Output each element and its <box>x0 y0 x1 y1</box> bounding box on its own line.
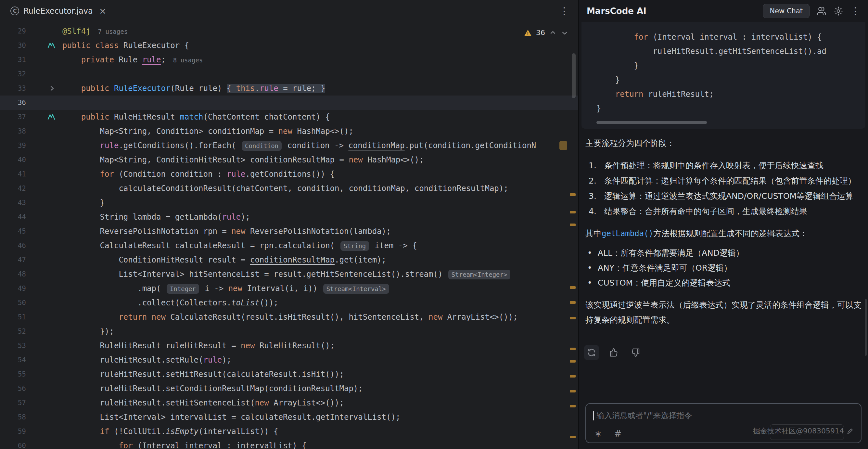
thumbs-up-button[interactable] <box>606 345 621 360</box>
stripe-warning-mark[interactable] <box>570 436 576 438</box>
fold-arrow-icon[interactable] <box>49 85 55 92</box>
code-line-55[interactable]: 55 ruleHitResult.setHitResult(calculateR… <box>0 367 578 382</box>
line-number[interactable]: 29 <box>0 27 26 35</box>
thumbs-down-button[interactable] <box>628 345 643 360</box>
tab-rule-executor[interactable]: C RuleExecutor.java × <box>4 0 112 22</box>
chat-input-box[interactable]: 输入消息或者"/"来选择指令 ∗ # 掘金技术社区@908305914 <box>585 403 862 443</box>
stripe-warning-mark[interactable] <box>570 286 576 289</box>
code-line-52[interactable]: 52 }); <box>0 324 578 338</box>
code-line-43[interactable]: 43 } <box>0 196 578 210</box>
code-line-41[interactable]: 41 for (Condition condition : rule.getCo… <box>0 167 578 181</box>
code-line-42[interactable]: 42 calculateConditionResult(chatContent,… <box>0 181 578 196</box>
gutter-fold-slot[interactable] <box>26 85 62 92</box>
code-horizontal-scrollbar[interactable] <box>596 121 707 124</box>
code-line-49[interactable]: 49 .map( Integer i -> new Interval(i, i)… <box>0 281 578 296</box>
line-number[interactable]: 57 <box>0 399 26 407</box>
stripe-warning-mark[interactable] <box>570 390 576 392</box>
line-number[interactable]: 31 <box>0 56 26 64</box>
editor-scrollbar[interactable] <box>572 53 576 98</box>
code-token: item -> { <box>370 241 417 250</box>
code-line-51[interactable]: 51 return new CalculateResult(result.isH… <box>0 310 578 324</box>
code-line-32[interactable]: 32 <box>0 67 578 81</box>
line-number[interactable]: 50 <box>0 299 26 307</box>
code-line-50[interactable]: 50 .collect(Collectors.toList()); <box>0 296 578 310</box>
gutter-ai-icon-slot[interactable] <box>26 42 62 49</box>
inspections-widget[interactable]: 36 <box>524 29 568 37</box>
close-icon[interactable]: × <box>99 6 106 15</box>
commands-icon[interactable]: ∗ <box>594 429 602 438</box>
stripe-warning-mark[interactable] <box>570 301 576 304</box>
code-line-36[interactable]: 36 <box>0 95 578 110</box>
stripe-warning-mark[interactable] <box>570 193 576 196</box>
code-line-47[interactable]: 47 ConditionHitResult result = condition… <box>0 253 578 267</box>
stripe-warning-mark[interactable] <box>570 317 576 319</box>
line-number[interactable]: 44 <box>0 213 26 221</box>
code-line-44[interactable]: 44 String lambda = getLambda(rule); <box>0 210 578 224</box>
line-number[interactable]: 33 <box>0 85 26 92</box>
code-line-53[interactable]: 53 RuleHitResult ruleHitResult = new Rul… <box>0 338 578 353</box>
line-number[interactable]: 56 <box>0 385 26 392</box>
stripe-warning-mark[interactable] <box>570 360 576 363</box>
code-line-40[interactable]: 40 Map<String, ConditionHitResult> condi… <box>0 153 578 167</box>
stripe-warning-mark[interactable] <box>570 405 576 408</box>
code-line-38[interactable]: 38 Map<String, Condition> conditionMap =… <box>0 124 578 139</box>
code-line-29[interactable]: 29@Slf4j 7 usages <box>0 24 578 38</box>
gutter-ai-icon-slot[interactable] <box>26 114 62 120</box>
invite-users-icon[interactable] <box>817 6 827 16</box>
line-number[interactable]: 39 <box>0 142 26 149</box>
line-number[interactable]: 53 <box>0 342 26 350</box>
line-number[interactable]: 36 <box>0 99 26 107</box>
line-number[interactable]: 60 <box>0 442 26 449</box>
line-number[interactable]: 37 <box>0 113 26 121</box>
code-line-45[interactable]: 45 ReversePolishNotation rpn = new Rever… <box>0 224 578 238</box>
line-number[interactable]: 40 <box>0 156 26 164</box>
new-chat-button[interactable]: New Chat <box>763 4 809 18</box>
panel-kebab-icon[interactable]: ⋮ <box>850 6 860 16</box>
prev-warning-button[interactable] <box>549 29 557 37</box>
line-number[interactable]: 55 <box>0 370 26 378</box>
line-number[interactable]: 49 <box>0 285 26 292</box>
code-line-31[interactable]: 31 private Rule rule; 8 usages <box>0 53 578 67</box>
line-number[interactable]: 46 <box>0 242 26 249</box>
line-number[interactable]: 54 <box>0 356 26 364</box>
line-number[interactable]: 42 <box>0 184 26 192</box>
stripe-warning-mark[interactable] <box>570 223 576 226</box>
code-line-58[interactable]: 58 List<Interval> intervalList = calcula… <box>0 410 578 424</box>
line-number[interactable]: 59 <box>0 427 26 436</box>
editor-menu-kebab-icon[interactable]: ⋮ <box>559 6 569 16</box>
code-text: private Rule rule; 8 usages <box>62 55 203 64</box>
code-editor[interactable]: 36 29@Slf4j 7 usages30public class RuleE… <box>0 22 578 449</box>
code-line-39[interactable]: 39 rule.getConditions().forEach( Conditi… <box>0 139 578 153</box>
line-number[interactable]: 47 <box>0 256 26 264</box>
code-line-60[interactable]: 60 for (Interval interval : intervalList… <box>0 439 578 449</box>
line-number[interactable]: 43 <box>0 199 26 207</box>
stripe-warning-mark[interactable] <box>570 348 576 350</box>
line-number[interactable]: 41 <box>0 170 26 178</box>
stripe-warning-mark[interactable] <box>570 211 576 213</box>
marscode-gutter-icon[interactable] <box>48 114 55 120</box>
line-number[interactable]: 52 <box>0 328 26 335</box>
line-number[interactable]: 32 <box>0 70 26 78</box>
line-number[interactable]: 48 <box>0 270 26 278</box>
code-line-54[interactable]: 54 ruleHitResult.setRule(rule); <box>0 353 578 367</box>
regenerate-button[interactable] <box>584 345 599 360</box>
line-number[interactable]: 30 <box>0 41 26 50</box>
code-line-57[interactable]: 57 ruleHitResult.setHitSentenceList(new … <box>0 396 578 410</box>
marscode-gutter-icon[interactable] <box>48 42 55 49</box>
code-line-30[interactable]: 30public class RuleExecutor { <box>0 38 578 53</box>
code-line-33[interactable]: 33 public RuleExecutor(Rule rule) { this… <box>0 81 578 95</box>
code-line-46[interactable]: 46 CalculateResult calculateResult = rpn… <box>0 238 578 253</box>
hash-icon[interactable]: # <box>614 429 622 438</box>
code-line-37[interactable]: 37 public RuleHitResult match(ChatConten… <box>0 110 578 124</box>
code-line-48[interactable]: 48 List<Interval> hitSentenceList = resu… <box>0 267 578 281</box>
line-number[interactable]: 45 <box>0 228 26 235</box>
line-number[interactable]: 51 <box>0 313 26 321</box>
gear-icon[interactable] <box>834 6 843 16</box>
next-warning-button[interactable] <box>561 29 568 37</box>
line-number[interactable]: 58 <box>0 413 26 421</box>
code-line-59[interactable]: 59 if (!CollUtil.isEmpty(intervalList)) … <box>0 424 578 439</box>
line-number[interactable]: 38 <box>0 127 26 135</box>
chat-scrollbar[interactable] <box>865 299 867 356</box>
code-line-56[interactable]: 56 ruleHitResult.setConditionResultMap(c… <box>0 382 578 396</box>
stripe-warning-mark[interactable] <box>570 375 576 378</box>
